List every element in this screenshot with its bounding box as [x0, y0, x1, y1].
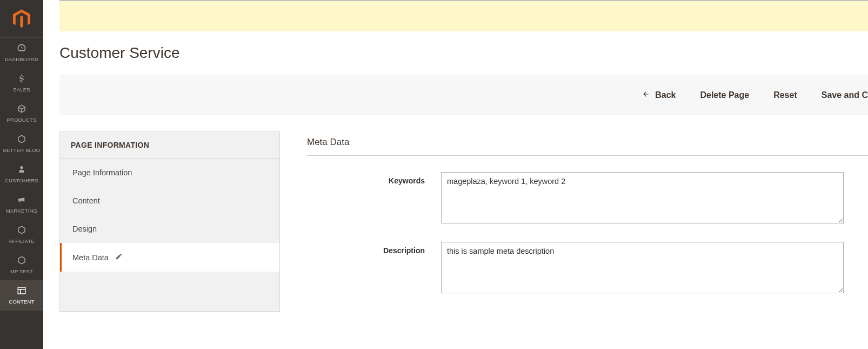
tab-page-information[interactable]: Page Information	[60, 159, 279, 187]
page-info-header: PAGE INFORMATION	[60, 132, 279, 159]
gauge-icon	[16, 43, 27, 54]
delete-label: Delete Page	[700, 90, 749, 100]
arrow-left-icon	[641, 90, 651, 100]
nav-label: SALES	[13, 87, 30, 93]
nav-label: PRODUCTS	[7, 117, 37, 123]
tab-label: Content	[72, 196, 100, 205]
admin-sidebar: DASHBOARD SALES PRODUCTS BETTER BLOG CUS	[0, 0, 43, 349]
tab-label: Page Information	[72, 168, 132, 177]
description-label: Description	[307, 242, 441, 295]
page-title: Customer Service	[43, 31, 868, 75]
section-title: Meta Data	[307, 137, 868, 156]
meta-data-form: Meta Data Keywords Description	[307, 131, 868, 312]
save-continue-button[interactable]: Save and C	[822, 90, 868, 100]
pencil-icon	[115, 253, 123, 262]
nav-content[interactable]: CONTENT	[0, 280, 43, 311]
notification-banner	[59, 0, 868, 31]
box-icon	[16, 103, 27, 114]
nav-label: MARKETING	[6, 208, 37, 214]
nav-affiliate[interactable]: AFFILIATE	[0, 220, 43, 250]
nav-label: AFFILIATE	[9, 238, 35, 244]
nav-label: CUSTOMERS	[5, 177, 38, 183]
nav-marketing[interactable]: MARKETING	[0, 189, 43, 220]
magento-logo[interactable]	[0, 0, 43, 38]
nav-dashboard[interactable]: DASHBOARD	[0, 38, 43, 68]
nav-better-blog[interactable]: BETTER BLOG	[0, 129, 43, 159]
page-info-panel: PAGE INFORMATION Page Information Conten…	[59, 131, 280, 312]
description-input[interactable]	[441, 242, 844, 293]
tab-label: Design	[72, 225, 97, 233]
nav-label: BETTER BLOG	[3, 147, 41, 153]
action-bar: Back Delete Page Reset Save and C	[59, 75, 868, 115]
megaphone-icon	[16, 194, 27, 205]
back-label: Back	[655, 90, 676, 100]
back-button[interactable]: Back	[641, 90, 676, 100]
hexagon-icon	[16, 255, 27, 266]
tab-meta-data[interactable]: Meta Data	[60, 243, 279, 272]
delete-page-button[interactable]: Delete Page	[700, 90, 749, 100]
layout-icon	[16, 285, 27, 296]
nav-label: DASHBOARD	[5, 56, 38, 62]
hexagon-icon	[16, 134, 27, 144]
tab-design[interactable]: Design	[60, 215, 279, 243]
tab-label: Meta Data	[72, 253, 109, 262]
nav-sales[interactable]: SALES	[0, 68, 43, 98]
nav-mp-test[interactable]: MP TEST	[0, 250, 43, 280]
nav-customers[interactable]: CUSTOMERS	[0, 159, 43, 189]
reset-button[interactable]: Reset	[773, 90, 797, 100]
hexagon-icon	[16, 225, 27, 235]
keywords-input[interactable]	[441, 172, 844, 223]
reset-label: Reset	[773, 90, 797, 100]
nav-label: CONTENT	[9, 299, 34, 305]
save-continue-label: Save and C	[822, 90, 868, 100]
person-icon	[16, 164, 27, 175]
nav-label: MP TEST	[10, 268, 33, 274]
keywords-label: Keywords	[307, 172, 441, 226]
main-area: Customer Service Back Delete Page Reset …	[43, 0, 868, 349]
dollar-icon	[16, 73, 27, 84]
nav-products[interactable]: PRODUCTS	[0, 98, 43, 129]
tab-content[interactable]: Content	[60, 187, 279, 215]
